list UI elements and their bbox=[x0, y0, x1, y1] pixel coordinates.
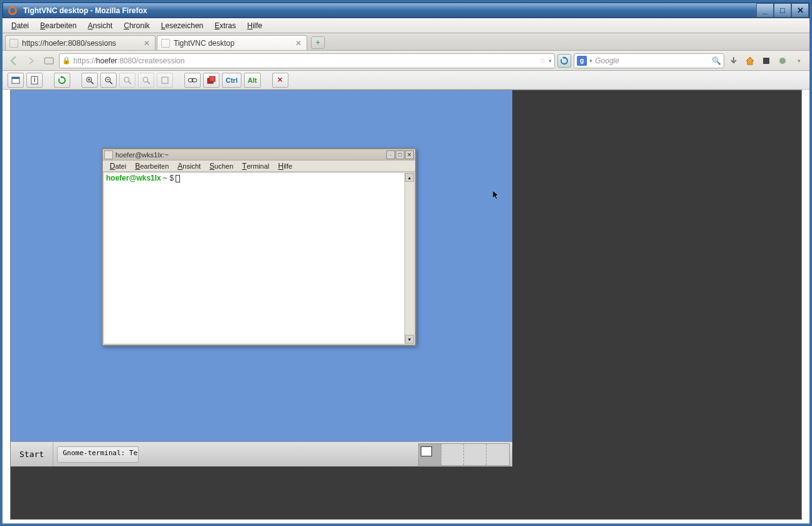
firefox-icon bbox=[5, 3, 20, 18]
window-title: TightVNC desktop - Mozilla Firefox bbox=[22, 6, 756, 15]
menu-datei[interactable]: Datei bbox=[6, 19, 34, 32]
scroll-up-icon[interactable]: ▴ bbox=[405, 173, 414, 182]
page-icon bbox=[161, 39, 170, 48]
firefox-menubar: Datei Bearbeiten Ansicht Chronik Lesezei… bbox=[3, 18, 809, 33]
vnc-zoom-fit-button bbox=[138, 73, 154, 88]
vnc-send-cad-button[interactable] bbox=[203, 73, 219, 88]
svg-point-16 bbox=[124, 77, 129, 82]
bookmark-star-icon[interactable]: ☆ bbox=[539, 56, 546, 65]
svg-text:i: i bbox=[34, 76, 36, 84]
svg-point-1 bbox=[10, 8, 15, 13]
workspace-1[interactable] bbox=[419, 444, 441, 465]
cursor-icon bbox=[493, 191, 500, 201]
svg-rect-20 bbox=[162, 77, 168, 83]
vnc-zoom-in-button[interactable] bbox=[82, 73, 98, 88]
svg-line-14 bbox=[110, 82, 112, 84]
lock-icon: 🔒 bbox=[62, 56, 71, 65]
vnc-clipboard-button[interactable] bbox=[184, 73, 201, 88]
google-icon: g bbox=[577, 56, 587, 66]
new-tab-button[interactable]: + bbox=[311, 36, 325, 49]
terminal-body[interactable]: hoefer@wks1lx ~ $ ▴ ▾ bbox=[104, 173, 414, 344]
remote-workspace-pager[interactable] bbox=[418, 443, 510, 466]
svg-line-17 bbox=[129, 82, 131, 84]
remote-start-button[interactable]: Start bbox=[11, 442, 53, 466]
tab-close-icon[interactable]: ✕ bbox=[142, 39, 151, 48]
scroll-track[interactable] bbox=[405, 182, 414, 335]
forward-button[interactable] bbox=[24, 53, 39, 68]
menu-bearbeiten[interactable]: Bearbeiten bbox=[35, 19, 82, 32]
tab-sessions[interactable]: https://hoefer:8080/sessions ✕ bbox=[5, 35, 156, 50]
terminal-window[interactable]: hoefer@wks1lx:~ · □ ✕ Datei Bearbeiten A… bbox=[102, 148, 416, 346]
terminal-close-button[interactable]: ✕ bbox=[405, 150, 414, 159]
vnc-refresh-button[interactable] bbox=[54, 73, 70, 88]
tab-label: https://hoefer:8080/sessions bbox=[22, 39, 139, 48]
remote-taskbar: Start Gnome-terminal: Te bbox=[11, 441, 512, 466]
menu-ansicht[interactable]: Ansicht bbox=[83, 19, 117, 32]
terminal-cursor bbox=[176, 175, 180, 182]
back-button[interactable] bbox=[6, 53, 21, 68]
search-icon[interactable]: 🔍 bbox=[712, 56, 721, 65]
url-text: https://hoefer:8080/createsession bbox=[73, 56, 537, 65]
toolbar-dropdown-icon[interactable]: ▾ bbox=[792, 54, 806, 68]
vnc-ctrl-button[interactable]: Ctrl bbox=[222, 73, 241, 88]
menu-lesezeichen[interactable]: Lesezeichen bbox=[156, 19, 208, 32]
scroll-down-icon[interactable]: ▾ bbox=[405, 335, 414, 344]
search-engine-dropdown-icon[interactable]: ▾ bbox=[589, 58, 593, 64]
search-placeholder: Google bbox=[595, 56, 709, 65]
terminal-text[interactable]: hoefer@wks1lx ~ $ bbox=[104, 173, 404, 344]
site-identity-button[interactable] bbox=[41, 53, 56, 68]
vnc-viewport[interactable]: hoefer@wks1lx:~ · □ ✕ Datei Bearbeiten A… bbox=[10, 90, 802, 520]
vnc-info-button[interactable]: i bbox=[26, 73, 43, 88]
workspace-window-icon bbox=[421, 446, 432, 456]
close-button[interactable]: ✕ bbox=[791, 3, 809, 18]
tab-close-icon[interactable]: ✕ bbox=[294, 39, 303, 48]
downloads-button[interactable] bbox=[727, 54, 741, 68]
terminal-scrollbar[interactable]: ▴ ▾ bbox=[404, 173, 414, 344]
term-menu-ansicht[interactable]: Ansicht bbox=[174, 161, 204, 171]
tab-tightvnc[interactable]: TightVNC desktop ✕ bbox=[157, 35, 307, 50]
term-menu-hilfe[interactable]: Hilfe bbox=[275, 161, 296, 171]
firefox-tabbar: https://hoefer:8080/sessions ✕ TightVNC … bbox=[3, 33, 809, 51]
terminal-titlebar[interactable]: hoefer@wks1lx:~ · □ ✕ bbox=[103, 149, 415, 160]
workspace-2[interactable] bbox=[441, 444, 464, 465]
reload-button[interactable] bbox=[557, 54, 571, 68]
terminal-prompt-path: ~ $ bbox=[161, 174, 176, 182]
term-menu-suchen[interactable]: Suchen bbox=[206, 161, 236, 171]
menu-hilfe[interactable]: Hilfe bbox=[242, 19, 267, 32]
vnc-zoom-out-button[interactable] bbox=[100, 73, 117, 88]
vnc-alt-button[interactable]: Alt bbox=[244, 73, 261, 88]
workspace-3[interactable] bbox=[464, 444, 487, 465]
vnc-options-button[interactable] bbox=[8, 73, 24, 88]
workspace-4[interactable] bbox=[487, 444, 509, 465]
svg-point-18 bbox=[143, 77, 148, 82]
search-input[interactable]: g ▾ Google 🔍 bbox=[574, 53, 724, 68]
extension-button[interactable] bbox=[776, 54, 789, 68]
url-input[interactable]: 🔒 https://hoefer:8080/createsession ☆ ▾ bbox=[59, 53, 555, 68]
minimize-button[interactable]: _ bbox=[756, 3, 774, 18]
terminal-menubar: Datei Bearbeiten Ansicht Suchen Terminal… bbox=[103, 160, 415, 172]
window-titlebar: TightVNC desktop - Mozilla Firefox _ □ ✕ bbox=[3, 3, 809, 18]
svg-point-22 bbox=[192, 78, 197, 82]
svg-rect-2 bbox=[45, 58, 53, 64]
maximize-button[interactable]: □ bbox=[774, 3, 791, 18]
term-menu-datei[interactable]: Datei bbox=[107, 161, 129, 171]
term-menu-terminal[interactable]: Terminal bbox=[239, 161, 272, 171]
vnc-unused-area bbox=[512, 90, 801, 519]
menu-extras[interactable]: Extras bbox=[209, 19, 241, 32]
svg-rect-24 bbox=[209, 76, 215, 82]
menu-chronik[interactable]: Chronik bbox=[119, 19, 154, 32]
terminal-prompt-user: hoefer@wks1lx bbox=[106, 174, 161, 182]
svg-point-4 bbox=[779, 58, 786, 64]
home-button[interactable] bbox=[743, 54, 757, 68]
vnc-disconnect-button[interactable]: ✕ bbox=[272, 73, 288, 88]
terminal-minimize-button[interactable]: · bbox=[386, 150, 395, 159]
vnc-toolbar: i Ctrl Alt ✕ bbox=[3, 71, 809, 90]
page-icon bbox=[9, 39, 18, 48]
term-menu-bearbeiten[interactable]: Bearbeiten bbox=[132, 161, 172, 171]
terminal-maximize-button[interactable]: □ bbox=[396, 150, 404, 159]
addon-button[interactable] bbox=[759, 54, 773, 68]
tab-label: TightVNC desktop bbox=[174, 39, 290, 48]
remote-task-item[interactable]: Gnome-terminal: Te bbox=[57, 446, 139, 463]
url-dropdown-icon[interactable]: ▾ bbox=[549, 58, 552, 64]
remote-desktop[interactable]: hoefer@wks1lx:~ · □ ✕ Datei Bearbeiten A… bbox=[11, 90, 512, 466]
